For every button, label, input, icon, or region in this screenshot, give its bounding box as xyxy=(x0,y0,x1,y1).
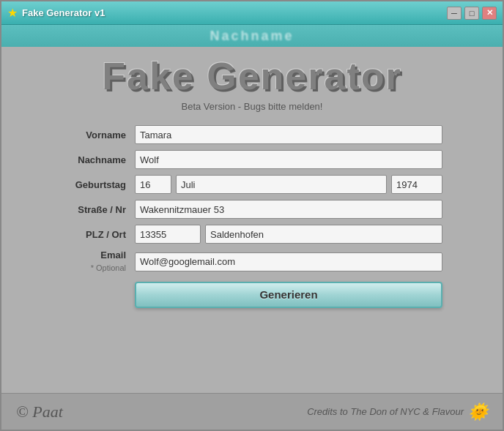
email-input[interactable] xyxy=(135,252,442,271)
geburtstag-row: Geburtstag xyxy=(62,175,442,194)
nachname-row: Nachname xyxy=(62,150,442,169)
vorname-row: Vorname xyxy=(62,125,442,144)
footer-credits: Credits to The Don of NYC & Flavour 🌞 xyxy=(307,402,488,421)
decoration-text: Nachname xyxy=(210,29,294,44)
vorname-label: Vorname xyxy=(62,130,135,140)
nachname-input[interactable] xyxy=(135,150,442,169)
plz-label: PLZ / Ort xyxy=(62,229,135,240)
year-input[interactable] xyxy=(391,175,442,194)
app-title: Fake Generator xyxy=(102,54,402,98)
birthday-inputs xyxy=(135,175,442,194)
window: ★ Fake Generator v1 ─ □ ✕ Nachname Fake … xyxy=(0,0,504,431)
minimize-button[interactable]: ─ xyxy=(447,7,462,20)
optional-label: * Optional xyxy=(91,263,126,272)
email-label: Email * Optional xyxy=(62,250,135,274)
main-content: Fake Generator Beta Version - Bugs bitte… xyxy=(1,47,503,393)
star-icon: ★ xyxy=(7,6,18,20)
titlebar-controls: ─ □ ✕ xyxy=(447,7,497,20)
month-input[interactable] xyxy=(176,175,387,194)
geburtstag-label: Geburtstag xyxy=(62,179,135,190)
titlebar-left: ★ Fake Generator v1 xyxy=(7,6,105,20)
strasse-input[interactable] xyxy=(135,200,442,219)
plz-input[interactable] xyxy=(135,225,201,244)
strasse-label: Straße / Nr xyxy=(62,204,135,215)
maximize-button[interactable]: □ xyxy=(464,7,479,20)
generate-row: Generieren xyxy=(62,282,442,308)
titlebar: ★ Fake Generator v1 ─ □ ✕ xyxy=(1,1,503,25)
day-input[interactable] xyxy=(135,175,171,194)
app-subtitle: Beta Version - Bugs bitte melden! xyxy=(182,101,323,112)
form: Vorname Nachname Geburtstag Straße / Nr xyxy=(62,125,442,308)
sun-icon: 🌞 xyxy=(468,402,488,421)
plz-inputs xyxy=(135,225,442,244)
plz-row: PLZ / Ort xyxy=(62,225,442,244)
nachname-label: Nachname xyxy=(62,154,135,165)
email-label-text: Email xyxy=(100,250,126,261)
generate-button[interactable]: Generieren xyxy=(135,282,442,308)
top-decoration: Nachname xyxy=(1,25,503,47)
footer: © Paat Credits to The Don of NYC & Flavo… xyxy=(1,393,503,430)
footer-copyright: © Paat xyxy=(16,402,63,421)
window-title: Fake Generator v1 xyxy=(22,7,105,18)
email-row: Email * Optional xyxy=(62,250,442,274)
credits-text: Credits to The Don of NYC & Flavour xyxy=(307,406,464,417)
ort-input[interactable] xyxy=(205,225,442,244)
close-button[interactable]: ✕ xyxy=(482,7,497,20)
strasse-row: Straße / Nr xyxy=(62,200,442,219)
vorname-input[interactable] xyxy=(135,125,442,144)
